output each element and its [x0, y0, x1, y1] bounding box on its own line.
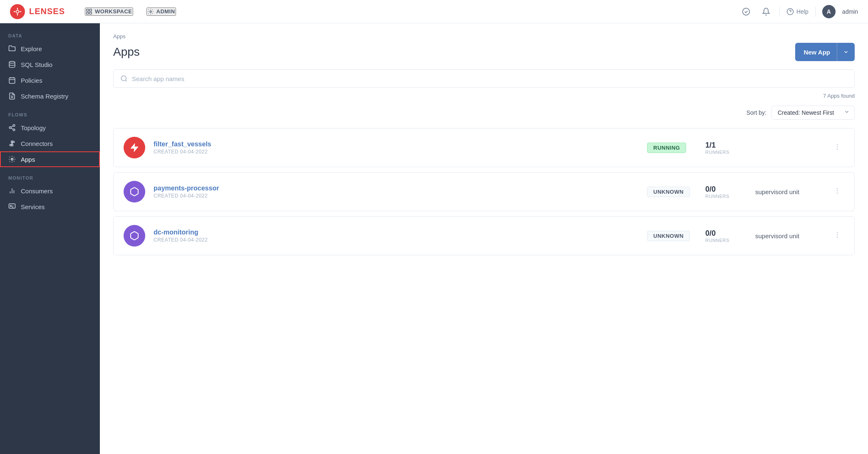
app-extra: supervisord unit	[755, 188, 822, 195]
svg-rect-2	[87, 9, 89, 11]
app-name[interactable]: payments-processor	[154, 185, 639, 192]
runners-count: 0/0	[705, 229, 747, 238]
app-created: CREATED 04-04-2022	[154, 193, 639, 199]
app-card: filter_fast_vessels CREATED 04-04-2022 R…	[113, 128, 855, 167]
notifications-icon[interactable]	[759, 5, 773, 18]
svg-rect-3	[89, 9, 92, 11]
app-icon	[124, 181, 145, 202]
app-menu-button[interactable]	[830, 185, 844, 198]
runners-label: RUNNERS	[705, 238, 747, 243]
nav-divider-2	[815, 7, 816, 17]
new-app-chevron-icon[interactable]	[837, 43, 855, 61]
sidebar-item-connectors[interactable]: Connectors	[0, 136, 100, 151]
sidebar-item-topology[interactable]: Topology	[0, 120, 100, 136]
svg-point-29	[121, 76, 126, 81]
schema-registry-icon	[8, 92, 16, 100]
help-button[interactable]: Help	[786, 8, 808, 15]
monitor-section-label: MONITOR	[0, 175, 100, 180]
logo-area[interactable]: LENSES	[10, 4, 65, 19]
services-label: Services	[21, 203, 45, 210]
policies-label: Policies	[21, 77, 42, 84]
sidebar-item-sql-studio[interactable]: SQL Studio	[0, 57, 100, 72]
sidebar-item-services[interactable]: Services	[0, 199, 100, 215]
svg-point-36	[837, 190, 838, 191]
svg-point-16	[13, 125, 15, 127]
svg-rect-22	[11, 145, 13, 146]
svg-point-9	[9, 62, 15, 64]
admin-nav-item[interactable]: ADMIN	[146, 7, 176, 16]
status-badge: RUNNING	[647, 143, 686, 153]
svg-rect-21	[11, 141, 13, 142]
app-runners: 0/0 RUNNERS	[705, 229, 747, 243]
page-title: Apps	[113, 45, 140, 59]
services-icon	[8, 203, 16, 210]
connectors-icon	[8, 140, 16, 147]
workspace-label: WORKSPACE	[95, 8, 132, 15]
sort-row: Sort by: Created: Newest First Created: …	[113, 106, 855, 120]
sql-studio-label: SQL Studio	[21, 61, 52, 68]
svg-point-39	[837, 234, 838, 235]
new-app-button-label: New App	[804, 49, 837, 56]
svg-point-38	[837, 232, 838, 233]
app-menu-button[interactable]	[830, 141, 844, 154]
workspace-nav-item[interactable]: WORKSPACE	[85, 7, 133, 16]
search-bar	[113, 69, 855, 88]
app-card: payments-processor CREATED 04-04-2022 UN…	[113, 172, 855, 211]
app-icon	[124, 225, 145, 247]
help-label: Help	[796, 8, 808, 15]
app-cards-container: filter_fast_vessels CREATED 04-04-2022 R…	[113, 128, 855, 255]
user-avatar[interactable]: A	[822, 5, 836, 18]
app-status: UNKNOWN	[647, 187, 697, 197]
schema-registry-label: Schema Registry	[21, 93, 68, 100]
body-layout: DATA Explore SQL Studio Policies Schema …	[0, 23, 868, 454]
sort-select[interactable]: Created: Newest First Created: Oldest Fi…	[771, 106, 855, 120]
svg-point-35	[837, 188, 838, 189]
apps-icon	[8, 155, 16, 163]
sidebar: DATA Explore SQL Studio Policies Schema …	[0, 23, 100, 454]
app-info: filter_fast_vessels CREATED 04-04-2022	[154, 141, 639, 155]
svg-rect-4	[87, 12, 89, 14]
new-app-button[interactable]: New App	[795, 43, 855, 61]
folder-icon	[8, 45, 16, 52]
svg-point-37	[837, 192, 838, 193]
app-runners: 1/1 RUNNERS	[705, 141, 747, 155]
user-name[interactable]: admin	[842, 8, 858, 15]
topology-label: Topology	[21, 124, 46, 131]
flows-section-label: FLOWS	[0, 112, 100, 117]
sidebar-item-consumers[interactable]: Consumers	[0, 183, 100, 199]
app-runners: 0/0 RUNNERS	[705, 185, 747, 199]
svg-point-23	[11, 158, 13, 160]
svg-rect-5	[89, 12, 92, 14]
svg-point-32	[837, 144, 838, 145]
main-content: Apps Apps New App 7 Apps found Sort by: …	[100, 23, 868, 454]
sidebar-item-apps[interactable]: Apps	[0, 151, 100, 167]
app-info: payments-processor CREATED 04-04-2022	[154, 185, 639, 199]
consumers-icon	[8, 187, 16, 195]
breadcrumb: Apps	[113, 33, 855, 39]
sidebar-item-schema-registry[interactable]: Schema Registry	[0, 88, 100, 104]
app-status: UNKNOWN	[647, 231, 697, 241]
sidebar-item-policies[interactable]: Policies	[0, 72, 100, 88]
svg-point-28	[10, 205, 12, 207]
apps-label: Apps	[21, 156, 35, 163]
status-check-icon[interactable]	[739, 5, 753, 18]
logo-text: LENSES	[29, 7, 65, 16]
topology-icon	[8, 124, 16, 131]
admin-label: ADMIN	[156, 8, 175, 15]
sidebar-item-explore[interactable]: Explore	[0, 41, 100, 57]
svg-point-17	[9, 127, 11, 129]
search-input[interactable]	[132, 75, 848, 82]
app-name[interactable]: filter_fast_vessels	[154, 141, 639, 148]
svg-line-30	[125, 80, 126, 81]
runners-label: RUNNERS	[705, 194, 747, 199]
runners-count: 1/1	[705, 141, 747, 150]
svg-point-33	[837, 146, 838, 147]
app-menu-button[interactable]	[830, 229, 844, 242]
app-name[interactable]: dc-monitoring	[154, 229, 639, 236]
app-created: CREATED 04-04-2022	[154, 237, 639, 243]
svg-line-19	[11, 128, 13, 129]
logo-icon	[10, 4, 25, 19]
data-section-label: DATA	[0, 33, 100, 38]
svg-point-40	[837, 237, 838, 237]
runners-label: RUNNERS	[705, 150, 747, 155]
